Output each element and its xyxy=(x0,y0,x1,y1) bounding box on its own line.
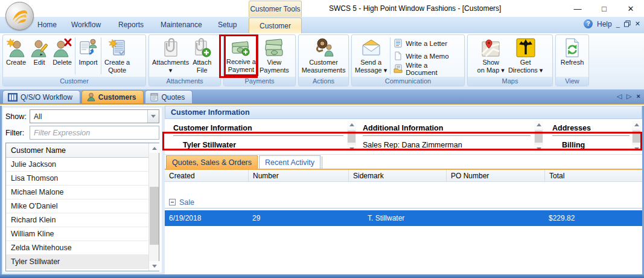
scrollbar-thumb[interactable] xyxy=(150,187,159,245)
section-title: Customer Information xyxy=(173,124,343,136)
group-label-payments: Payments xyxy=(224,77,295,86)
list-item-customer[interactable]: Julie Jackson xyxy=(6,158,148,172)
group-row-sale[interactable]: Sale xyxy=(165,196,642,208)
write-letter-button[interactable]: Write a Letter xyxy=(392,37,463,50)
delete-customer-icon xyxy=(53,37,72,59)
help-icon[interactable]: ? xyxy=(584,19,593,28)
customer-name-column-header[interactable]: Customer Name xyxy=(6,143,159,158)
column-header-number[interactable]: Number xyxy=(248,170,348,181)
group-separator xyxy=(390,37,391,74)
create-quote-button[interactable]: Create a Quote xyxy=(103,36,132,76)
mdi-close-button[interactable]: ✕ xyxy=(635,20,640,28)
mdi-minimize-button[interactable]: _ xyxy=(616,21,620,28)
app-logo-orb-button[interactable] xyxy=(5,2,34,30)
list-item-customer[interactable]: Lisa Thomson xyxy=(6,172,148,186)
get-directions-button[interactable]: Get Directions ▾ xyxy=(506,36,544,76)
section-scrollbar[interactable] xyxy=(534,121,543,153)
scroll-down-icon[interactable] xyxy=(149,261,159,271)
show-dropdown-value: All xyxy=(30,112,42,121)
attach-file-button[interactable]: Attach File xyxy=(191,36,213,76)
ribbon-tab-customer-active[interactable]: Customer xyxy=(249,18,302,33)
column-header-po-number[interactable]: PO Number xyxy=(446,170,544,181)
scroll-up-icon[interactable] xyxy=(347,121,356,129)
collapse-minus-icon[interactable] xyxy=(169,199,176,205)
section-customer-information: Customer Information Tyler Stillwater xyxy=(173,124,343,149)
list-item-customer[interactable]: William Kline xyxy=(6,227,148,241)
show-on-map-button[interactable]: Show on Map ▾ xyxy=(476,36,506,76)
send-message-button[interactable]: Send a Message ▾ xyxy=(353,36,389,76)
ribbon-tab-reports[interactable]: Reports xyxy=(118,21,144,29)
view-payments-button[interactable]: View Payments xyxy=(258,36,291,76)
scroll-up-icon[interactable] xyxy=(149,143,159,153)
ribbon-group-customer: Create Edit Delete Import xyxy=(2,34,146,86)
delete-customer-button[interactable]: Delete xyxy=(51,36,74,76)
customer-measurements-button[interactable]: Customer Measurements xyxy=(300,36,348,76)
section-additional-information: Additional Information Sales Rep: Dana Z… xyxy=(363,124,531,149)
scroll-up-icon[interactable] xyxy=(632,121,641,129)
filter-input[interactable] xyxy=(30,126,159,140)
list-item-customer[interactable]: Michael Malone xyxy=(6,186,148,199)
ribbon: Create Edit Delete Import xyxy=(0,33,644,89)
mdi-restore-button[interactable] xyxy=(624,21,631,27)
scroll-down-icon[interactable] xyxy=(347,145,356,153)
group-label-actions: Actions xyxy=(299,77,348,86)
main-content: Show: All Filter: Customer Name Julie Ja… xyxy=(0,106,644,274)
customer-list-panel: Show: All Filter: Customer Name Julie Ja… xyxy=(3,108,162,273)
list-item-customer-selected[interactable]: Tyler Stillwater xyxy=(6,255,148,269)
tab-scroll-right-icon[interactable]: ▷ xyxy=(626,92,631,100)
write-memo-button[interactable]: Write a Memo xyxy=(392,50,463,62)
dropdown-button[interactable] xyxy=(147,110,159,123)
scrollbar-thumb[interactable] xyxy=(348,131,355,143)
list-item-customer[interactable]: Mike O'Daniel xyxy=(6,199,148,213)
detail-subtabs: Quotes, Sales & Orders Recent Activity xyxy=(165,155,642,169)
column-header-created[interactable]: Created xyxy=(165,170,248,181)
tab-quotes[interactable]: Quotes xyxy=(145,90,193,103)
measure-tape-icon xyxy=(313,37,334,59)
minimize-button[interactable]: — xyxy=(564,0,591,17)
tab-customers-active[interactable]: Customers xyxy=(81,90,144,103)
close-button[interactable]: ✕ xyxy=(617,0,644,17)
filter-label: Filter: xyxy=(5,129,30,137)
selected-order-row[interactable]: 6/19/2018 29 T. Stillwater $229.82 xyxy=(165,210,642,226)
list-item-customer[interactable]: Zelda Whitehouse xyxy=(6,241,148,255)
tab-strip-navigation: ◁ ▷ × xyxy=(617,92,640,100)
tab-scroll-left-icon[interactable]: ◁ xyxy=(617,92,622,100)
list-item-customer[interactable]: Richard Klein xyxy=(6,213,148,227)
write-document-button[interactable]: Write a Document xyxy=(392,62,463,75)
tab-qso-workflow[interactable]: Q/S/O Workflow xyxy=(2,90,80,103)
show-dropdown[interactable]: All xyxy=(30,109,159,123)
contextual-tab-header: Customer Tools xyxy=(249,1,302,17)
ribbon-tab-home[interactable]: Home xyxy=(37,21,57,29)
scrollbar-thumb[interactable] xyxy=(633,131,640,143)
edit-customer-button[interactable]: Edit xyxy=(28,36,51,76)
create-customer-button[interactable]: Create xyxy=(4,36,28,76)
ribbon-tab-maintenance[interactable]: Maintenance xyxy=(161,21,202,29)
import-customer-button[interactable]: Import xyxy=(77,36,100,76)
cell-created: 6/19/2018 xyxy=(165,214,248,222)
group-separator xyxy=(101,37,101,74)
column-header-sidemark[interactable]: Sidemark xyxy=(348,170,446,181)
column-header-total[interactable]: Total xyxy=(544,170,642,181)
ribbon-tab-setup[interactable]: Setup xyxy=(218,21,237,29)
maximize-button[interactable]: □ xyxy=(591,0,617,17)
tab-close-icon[interactable]: × xyxy=(637,92,640,100)
ribbon-tab-workflow[interactable]: Workflow xyxy=(71,21,101,29)
scroll-up-icon[interactable] xyxy=(534,121,543,129)
subtab-quotes-sales-orders[interactable]: Quotes, Sales & Orders xyxy=(166,155,258,169)
customer-list-scrollbar[interactable] xyxy=(148,143,159,271)
ribbon-group-attachments: Attachments ▾ Attach File Attachments xyxy=(148,34,221,86)
tab-label: Quotes xyxy=(161,93,185,102)
section-scrollbar[interactable] xyxy=(347,121,356,153)
help-label[interactable]: Help xyxy=(597,20,612,28)
attachments-button[interactable]: Attachments ▾ xyxy=(150,36,191,76)
workflow-icon xyxy=(8,93,18,102)
section-scrollbar[interactable] xyxy=(632,121,641,153)
refresh-button[interactable]: Refresh xyxy=(559,36,586,76)
scroll-down-icon[interactable] xyxy=(632,145,641,153)
write-memo-label: Write a Memo xyxy=(406,53,448,60)
subtab-recent-activity[interactable]: Recent Activity xyxy=(259,155,320,169)
ribbon-group-actions: Customer Measurements Actions xyxy=(298,34,349,86)
receive-payment-button[interactable]: Receive a Payment xyxy=(224,34,258,76)
scroll-down-icon[interactable] xyxy=(534,145,543,153)
scrollbar-thumb[interactable] xyxy=(535,131,543,143)
